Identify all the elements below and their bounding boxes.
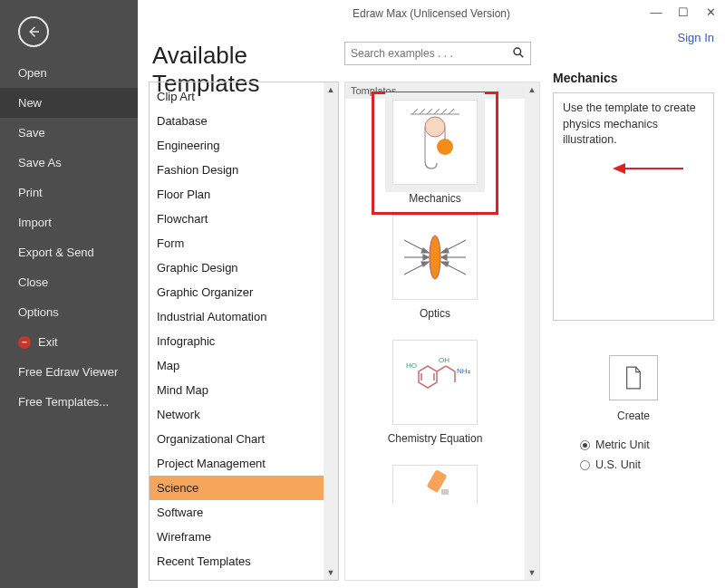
- template-label: Chemistry Equation: [388, 432, 483, 445]
- svg-marker-15: [421, 248, 429, 253]
- svg-point-13: [430, 236, 440, 279]
- category-item-graphic-design[interactable]: Graphic Design: [150, 255, 338, 280]
- sidebar-item-label: Print: [18, 186, 43, 199]
- svg-line-4: [420, 109, 425, 114]
- sidebar-item-label: Export & Send: [18, 246, 94, 259]
- svg-point-0: [514, 48, 521, 55]
- category-item-industrial-automation[interactable]: Industrial Automation: [150, 304, 338, 329]
- sidebar-item-options[interactable]: Options: [0, 297, 138, 327]
- sidebar-item-free-templates[interactable]: Free Templates...: [0, 387, 138, 417]
- main-area: Edraw Max (Unlicensed Version) — ☐ ✕ Sig…: [138, 0, 725, 588]
- svg-line-29: [437, 366, 446, 371]
- template-card-chemistry-equation[interactable]: HOOHNH₂Chemistry Equation: [376, 340, 494, 445]
- sidebar-item-exit[interactable]: –Exit: [0, 327, 138, 357]
- template-card-mechanics[interactable]: Mechanics: [372, 92, 498, 215]
- sidebar-item-label: Options: [18, 305, 59, 319]
- sidebar-item-label: Open: [18, 66, 47, 80]
- category-item-engineering[interactable]: Engineering: [150, 133, 338, 158]
- title-bar: Edraw Max (Unlicensed Version) — ☐ ✕: [138, 0, 725, 27]
- category-item-form[interactable]: Form: [150, 231, 338, 255]
- category-item-floor-plan[interactable]: Floor Plan: [150, 182, 338, 207]
- category-item-infographic[interactable]: Infographic: [150, 329, 338, 353]
- sidebar-item-print[interactable]: Print: [0, 178, 138, 207]
- file-menu-sidebar: OpenNewSaveSave AsPrintImportExport & Se…: [0, 0, 138, 588]
- sidebar-item-label: Free Edraw Viewer: [18, 365, 118, 379]
- category-item-graphic-organizer[interactable]: Graphic Organizer: [150, 280, 338, 304]
- category-item-project-management[interactable]: Project Management: [150, 451, 338, 476]
- category-item-mind-map[interactable]: Mind Map: [150, 378, 338, 402]
- category-item-recent-templates[interactable]: Recent Templates: [150, 549, 338, 574]
- svg-text:OH: OH: [439, 356, 450, 364]
- template-label: Optics: [420, 307, 450, 320]
- scroll-down-icon[interactable]: ▼: [324, 566, 337, 579]
- create-button[interactable]: [609, 355, 658, 400]
- scroll-up-icon[interactable]: ▲: [526, 83, 538, 96]
- sidebar-item-label: Free Templates...: [18, 395, 109, 409]
- radio-icon: [580, 440, 590, 450]
- template-card-partial[interactable]: [376, 465, 494, 505]
- svg-line-3: [412, 109, 418, 114]
- sidebar-item-label: Close: [18, 275, 48, 289]
- svg-line-7: [441, 109, 447, 114]
- template-thumbnail-icon: HOOHNH₂: [392, 340, 478, 425]
- radio-icon: [580, 460, 590, 470]
- template-thumbnail-icon: [392, 100, 478, 185]
- sidebar-item-label: Import: [18, 216, 52, 229]
- svg-point-9: [425, 117, 445, 137]
- category-item-software[interactable]: Software: [150, 500, 338, 525]
- search-box: [344, 42, 531, 65]
- sidebar-item-new[interactable]: New: [0, 88, 138, 118]
- templates-scrollbar[interactable]: ▲ ▼: [525, 82, 539, 580]
- category-item-flowchart[interactable]: Flowchart: [150, 207, 338, 231]
- template-card-optics[interactable]: Optics: [376, 215, 494, 320]
- minimize-button[interactable]: —: [647, 4, 665, 20]
- close-window-button[interactable]: ✕: [701, 4, 720, 20]
- category-item-network[interactable]: Network: [150, 402, 338, 427]
- unit-option-u-s-unit[interactable]: U.S. Unit: [580, 458, 714, 471]
- category-scrollbar[interactable]: ▲ ▼: [324, 82, 338, 580]
- sign-in-link[interactable]: Sign In: [678, 31, 714, 44]
- window-title: Edraw Max (Unlicensed Version): [353, 7, 510, 20]
- sidebar-item-import[interactable]: Import: [0, 207, 138, 237]
- sidebar-item-save-as[interactable]: Save As: [0, 148, 138, 178]
- svg-text:NH₂: NH₂: [457, 367, 470, 375]
- svg-line-6: [434, 109, 440, 114]
- unit-label: U.S. Unit: [595, 458, 641, 471]
- category-item-fashion-design[interactable]: Fashion Design: [150, 158, 338, 182]
- search-icon[interactable]: [512, 46, 525, 62]
- sidebar-item-open[interactable]: Open: [0, 58, 138, 88]
- svg-marker-25: [441, 262, 449, 266]
- search-input[interactable]: [351, 47, 512, 60]
- unit-label: Metric Unit: [595, 439, 650, 451]
- document-icon: [624, 365, 643, 390]
- svg-marker-23: [441, 255, 447, 260]
- category-item-wireframe[interactable]: Wireframe: [150, 525, 338, 549]
- unit-option-metric-unit[interactable]: Metric Unit: [580, 439, 714, 451]
- sidebar-item-save[interactable]: Save: [0, 118, 138, 148]
- scroll-up-icon[interactable]: ▲: [324, 83, 337, 96]
- category-item-map[interactable]: Map: [150, 353, 338, 378]
- sidebar-item-free-edraw-viewer[interactable]: Free Edraw Viewer: [0, 357, 138, 387]
- sidebar-item-export-send[interactable]: Export & Send: [0, 237, 138, 267]
- maximize-button[interactable]: ☐: [674, 4, 692, 20]
- create-label: Create: [617, 410, 650, 422]
- category-item-database[interactable]: Database: [150, 109, 338, 133]
- sidebar-item-close[interactable]: Close: [0, 267, 138, 297]
- category-item-clip-art[interactable]: Clip Art: [150, 84, 338, 109]
- svg-marker-17: [423, 255, 429, 260]
- back-button[interactable]: [18, 16, 49, 47]
- category-item-organizational-chart[interactable]: Organizational Chart: [150, 427, 338, 451]
- svg-line-5: [427, 109, 432, 114]
- svg-point-12: [437, 139, 453, 155]
- svg-line-8: [449, 109, 454, 114]
- svg-line-1: [520, 53, 524, 57]
- sidebar-item-label: Exit: [38, 335, 58, 349]
- sidebar-item-label: Save: [18, 126, 45, 140]
- svg-text:HO: HO: [406, 361, 417, 370]
- svg-rect-36: [441, 489, 449, 495]
- sidebar-item-label: New: [18, 96, 42, 110]
- category-item-science[interactable]: Science: [150, 476, 338, 500]
- sidebar-item-label: Save As: [18, 156, 62, 169]
- scroll-down-icon[interactable]: ▼: [526, 566, 538, 579]
- svg-marker-19: [421, 262, 429, 266]
